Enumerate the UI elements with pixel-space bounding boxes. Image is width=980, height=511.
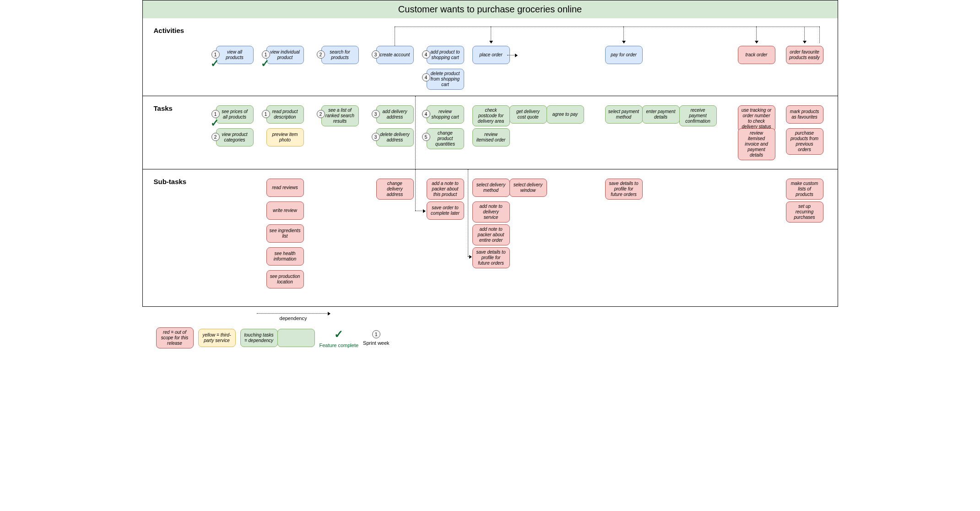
sprint-badge: 2	[317, 50, 325, 59]
task-card[interactable]: review itemised invoice and payment deta…	[738, 128, 775, 160]
subtask-card[interactable]: change delivery address	[376, 179, 414, 200]
legend-yellow: yellow = third-party service	[198, 329, 236, 347]
dep-arrow	[491, 27, 491, 43]
subtask-card[interactable]: save details to profile for future order…	[472, 247, 510, 268]
task-card[interactable]: view product categories	[216, 128, 254, 147]
task-card[interactable]: see prices of all products	[216, 105, 254, 124]
dep-arrow	[468, 256, 471, 257]
subtask-card[interactable]: add note to delivery service	[472, 201, 510, 223]
check-icon: ✓	[211, 58, 219, 70]
task-card[interactable]: mark products as favourites	[786, 105, 823, 124]
subtask-card[interactable]: see health information	[266, 247, 304, 266]
subtask-card[interactable]: write review	[266, 201, 304, 220]
sprint-badge: 1	[262, 110, 270, 118]
activity-card[interactable]: view all products	[216, 46, 254, 64]
task-card[interactable]: read product description	[266, 105, 304, 124]
dep-line	[395, 27, 395, 46]
check-icon: ✓	[211, 117, 219, 129]
sprint-badge: 1	[372, 330, 380, 338]
activity-card[interactable]: view individual product	[266, 46, 304, 64]
activity-card[interactable]: search for products	[321, 46, 359, 64]
subtask-card[interactable]: make custom lists of products	[786, 179, 823, 200]
legend: red = out of scope for this release yell…	[142, 323, 838, 362]
legend-feature-complete: ✓ Feature complete	[319, 328, 359, 348]
task-card[interactable]: purchase products from previous orders	[786, 128, 823, 155]
tasks-label: Tasks	[143, 96, 198, 169]
subtask-card[interactable]: see ingredients list	[266, 224, 304, 243]
sprint-badge: 3	[372, 110, 380, 118]
dep-arrow	[756, 27, 757, 43]
subtasks-row: Sub-tasks read reviews write review see …	[142, 169, 838, 307]
subtask-card[interactable]: select delivery window	[509, 179, 547, 197]
sprint-badge: 4	[422, 110, 430, 118]
subtask-card[interactable]: save order to complete later	[427, 201, 464, 220]
activities-body: view all products 1 ✓ view individual pr…	[198, 18, 838, 96]
dep-line	[468, 169, 468, 256]
subtask-card[interactable]: set up recurring purchases	[786, 201, 823, 223]
activity-card[interactable]: track order	[738, 46, 775, 64]
subtask-card[interactable]: see production location	[266, 270, 304, 288]
sprint-badge: 3	[372, 50, 380, 59]
task-card[interactable]: review itemised order	[472, 128, 510, 147]
task-card[interactable]: see a list of ranked search results	[321, 105, 359, 126]
sprint-badge: 2	[317, 110, 325, 118]
dep-arrow	[507, 55, 517, 55]
task-card[interactable]: receive payment confirmation	[679, 105, 717, 126]
tasks-body: see prices of all products 1 ✓ view prod…	[198, 96, 838, 169]
task-card[interactable]: get delivery cost quote	[509, 105, 547, 124]
dep-arrow	[623, 27, 624, 43]
task-card[interactable]: add delivery address	[376, 105, 414, 124]
task-card[interactable]: agree to pay	[547, 105, 584, 124]
subtasks-label: Sub-tasks	[143, 169, 198, 306]
activity-card[interactable]: order favourite products easily	[786, 46, 823, 64]
sprint-badge: 2	[211, 133, 220, 141]
subtask-card[interactable]: read reviews	[266, 179, 304, 197]
legend-dependency-arrow	[257, 313, 330, 314]
activity-card[interactable]: pay for order	[605, 46, 643, 64]
sprint-badge: 3	[372, 133, 380, 141]
subtask-card[interactable]: add a note to packer about this product	[427, 179, 464, 200]
legend-dependency-label: dependency	[280, 315, 307, 321]
task-card[interactable]: select payment method	[605, 105, 643, 124]
map-title: Customer wants to purchase groceries onl…	[142, 0, 838, 18]
subtask-card[interactable]: add note to packer about entire order	[472, 224, 510, 245]
legend-touching: touching tasks = dependency	[240, 329, 315, 347]
task-card[interactable]: change product quantities	[427, 128, 464, 149]
dep-arrow	[415, 211, 425, 211]
activities-label: Activities	[143, 18, 198, 96]
activity-card[interactable]: place order	[472, 46, 510, 64]
dep-line	[819, 27, 820, 43]
check-icon: ✓	[334, 328, 343, 341]
check-icon: ✓	[261, 58, 269, 70]
sprint-badge: 4	[422, 73, 430, 82]
task-card[interactable]: preview item photo	[266, 128, 304, 147]
activities-row: Activities view all products 1 ✓ view in…	[142, 18, 838, 96]
legend-dep-row: dependency	[142, 307, 838, 323]
task-card[interactable]: delete delivery address	[376, 128, 414, 147]
dep-line	[415, 96, 416, 169]
legend-sprint-week: 1 Sprint week	[363, 330, 389, 346]
dep-line	[395, 27, 819, 27]
legend-red: red = out of scope for this release	[156, 327, 194, 348]
task-card[interactable]: check postcode for delivery area	[472, 105, 510, 126]
sprint-badge: 5	[422, 133, 430, 141]
subtask-card[interactable]: save details to profile for future order…	[605, 179, 643, 200]
activity-card[interactable]: add product to shopping cart	[427, 46, 464, 64]
subtasks-body: read reviews write review see ingredient…	[198, 169, 838, 306]
sprint-badge: 4	[422, 50, 430, 59]
dep-arrow	[804, 27, 805, 43]
subtask-card[interactable]: select delivery method	[472, 179, 510, 197]
activity-card[interactable]: delete product from shopping cart	[427, 69, 464, 90]
story-map-canvas: Customer wants to purchase groceries onl…	[142, 0, 838, 362]
task-card[interactable]: review shopping cart	[427, 105, 464, 124]
activity-card[interactable]: create account	[376, 46, 414, 64]
tasks-row: Tasks see prices of all products 1 ✓ vie…	[142, 96, 838, 169]
dep-line	[415, 169, 416, 211]
task-card[interactable]: enter payment details	[642, 105, 680, 124]
